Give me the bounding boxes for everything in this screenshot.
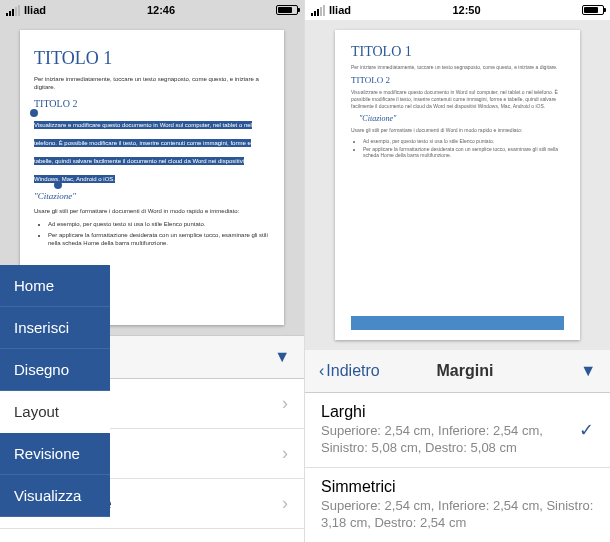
clock: 12:50 (452, 4, 480, 16)
citation: "Citazione" (34, 191, 270, 201)
selection-handle-end[interactable] (54, 181, 62, 189)
phone-left: Iliad 12:46 TITOLO 1 Per iniziare immedi… (0, 0, 305, 542)
status-bar: Iliad 12:50 (305, 0, 610, 20)
page: TITOLO 1 Per iniziare immediatamente, to… (335, 30, 580, 340)
paragraph: Usare gli stili per formattare i documen… (351, 127, 564, 134)
status-bar: Iliad 12:46 (0, 0, 304, 20)
ribbon-tab-menu: Home Inserisci Disegno Layout Revisione … (0, 265, 110, 517)
margins-panel: Larghi Superiore: 2,54 cm, Inferiore: 2,… (305, 393, 610, 542)
heading-2: TITOLO 2 (351, 75, 564, 85)
margins-option-wide[interactable]: Larghi Superiore: 2,54 cm, Inferiore: 2,… (305, 393, 610, 468)
chevron-right-icon: › (282, 443, 288, 464)
heading-2: TITOLO 2 (34, 98, 270, 109)
phone-right: Iliad 12:50 TITOLO 1 Per iniziare immedi… (305, 0, 610, 542)
list-item: Per applicare la formattazione desiderat… (363, 146, 564, 158)
paragraph: Per iniziare immediatamente, toccare un … (34, 75, 270, 92)
battery-icon (582, 5, 604, 15)
chevron-right-icon: › (282, 493, 288, 514)
signal-icon (6, 5, 20, 16)
tab-home[interactable]: Home (0, 265, 110, 307)
panel-header: ‹ Indietro Margini ▼ (305, 350, 610, 393)
margins-option-mirror[interactable]: Simmetrici Superiore: 2,54 cm, Inferiore… (305, 468, 610, 542)
carrier: Iliad (24, 4, 46, 16)
selection-handle-start[interactable] (30, 109, 38, 117)
tab-insert[interactable]: Inserisci (0, 307, 110, 349)
paragraph: Usare gli stili per formattare i documen… (34, 207, 270, 215)
heading-1: TITOLO 1 (351, 44, 564, 60)
tab-layout[interactable]: Layout (0, 391, 110, 433)
paragraph: Per iniziare immediatamente, toccare un … (351, 64, 564, 71)
panel-title: Margini (350, 362, 580, 380)
list-item: Ad esempio, per questo testo si usa lo s… (363, 138, 564, 144)
list-item: Ad esempio, per questo testo si usa lo s… (48, 221, 270, 229)
panel-row-breaks[interactable]: Interruzioni› (0, 529, 304, 542)
tab-draw[interactable]: Disegno (0, 349, 110, 391)
checkmark-icon: ✓ (579, 419, 594, 441)
paragraph: Visualizzare e modificare questo documen… (351, 89, 564, 110)
chevron-right-icon: › (282, 393, 288, 414)
chevron-left-icon: ‹ (319, 362, 324, 380)
heading-1: TITOLO 1 (34, 48, 270, 69)
clock: 12:46 (147, 4, 175, 16)
battery-icon (276, 5, 298, 15)
carrier: Iliad (329, 4, 351, 16)
page-footer-bar (351, 316, 564, 330)
citation: "Citazione" (359, 114, 564, 123)
document-area[interactable]: TITOLO 1 Per iniziare immediatamente, to… (305, 20, 610, 350)
collapse-panel-icon[interactable]: ▼ (580, 362, 596, 380)
list-item: Per applicare la formattazione desiderat… (48, 232, 270, 248)
tab-review[interactable]: Revisione (0, 433, 110, 475)
signal-icon (311, 5, 325, 16)
tab-view[interactable]: Visualizza (0, 475, 110, 517)
collapse-panel-icon[interactable]: ▼ (274, 348, 290, 366)
selected-text[interactable]: Visualizzare e modificare questo documen… (34, 121, 252, 183)
